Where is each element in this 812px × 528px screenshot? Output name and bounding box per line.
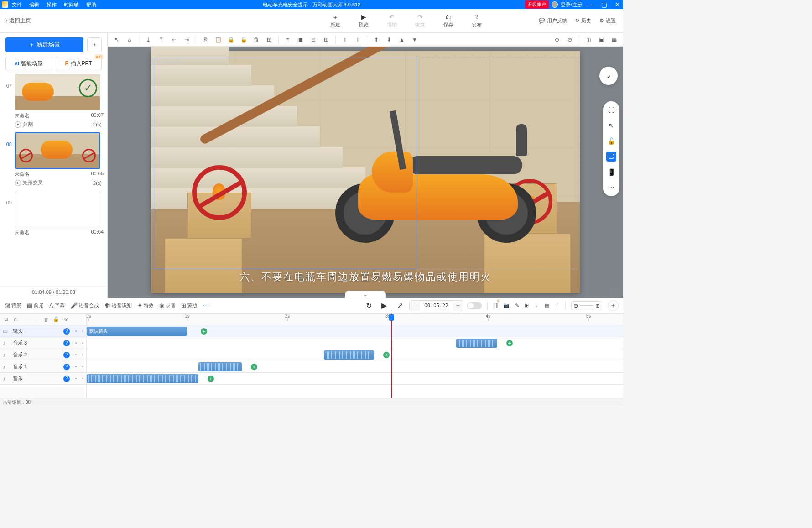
login-button[interactable]: 登录/注册 [561, 1, 582, 8]
time-input[interactable]: − 00:05.22 ＋ [409, 300, 463, 311]
zoom-out-button[interactable]: ⊖ [564, 34, 575, 45]
delete-button[interactable]: 🗑 [251, 34, 262, 45]
align-left-button[interactable]: ⇤ [168, 34, 179, 45]
keyframe-add[interactable]: + [506, 340, 513, 346]
mask-button[interactable]: ⊞蒙版 [181, 302, 198, 309]
paste-button[interactable]: 📋 [213, 34, 224, 45]
stage[interactable]: 默认镜头 六、不要在电瓶车周边放置易燃易爆物品或使用明火 [151, 51, 580, 293]
time-increment[interactable]: ＋ [453, 301, 463, 311]
actual-button[interactable]: ▦ [609, 34, 619, 45]
help-icon[interactable]: ? [63, 340, 70, 346]
scene-list[interactable]: 07 未命名00:07 ▶分割2(s) 08 未命名00:05 [0, 74, 107, 286]
lock2-button[interactable]: 🔒 [53, 316, 59, 323]
track-header[interactable]: ♪音乐? [0, 373, 86, 385]
desktop-view-button[interactable]: 🖵 [606, 152, 616, 162]
align-right-button[interactable]: ⇥ [181, 34, 192, 45]
align-bottom-button[interactable]: ⤓ [143, 34, 154, 45]
align-left2-button[interactable]: ≡ [282, 34, 293, 45]
fit-button[interactable]: ◫ [583, 34, 594, 45]
distribute2-button[interactable]: ⫴ [352, 34, 363, 45]
playhead[interactable] [391, 314, 392, 398]
track-row[interactable]: + [87, 373, 623, 385]
help-icon[interactable]: ? [63, 328, 70, 335]
undo-button[interactable]: ↶撤销 [384, 13, 400, 28]
image-icon[interactable] [611, 288, 619, 295]
menu-file[interactable]: 文件 [12, 1, 22, 8]
feedback-button[interactable]: 💬用户反馈 [539, 17, 567, 24]
camera-clip[interactable]: 默认镜头 [87, 327, 187, 336]
edit-tool-button[interactable]: ✎ [515, 303, 519, 308]
delete2-button[interactable]: 🗑 [43, 316, 49, 323]
preview-button[interactable]: ▶预览 [356, 13, 371, 28]
keyframe-add[interactable]: + [251, 364, 257, 370]
group-button[interactable]: ⊞ [264, 34, 275, 45]
fx-button[interactable]: ✦特效 [137, 302, 154, 309]
down-button[interactable]: ↓ [23, 316, 29, 323]
keyframe-add[interactable]: + [383, 352, 390, 358]
time-ruler[interactable]: 0s 1s 2s 3s 4s 5s [87, 314, 623, 325]
track-row[interactable]: 默认镜头 + [87, 325, 623, 337]
ai-scene-button[interactable]: AI智能场景 [5, 57, 52, 70]
send-back-button[interactable]: ⬇ [384, 34, 395, 45]
new-button[interactable]: ＋新建 [328, 13, 343, 28]
more-menu-button[interactable]: ⋯ [203, 302, 209, 309]
close-button[interactable]: ✕ [612, 1, 623, 8]
bring-front-button[interactable]: ⬆ [371, 34, 382, 45]
insert-ppt-button[interactable]: P插入PPTVIP [56, 57, 102, 70]
add-track-button[interactable]: ＋ [608, 300, 619, 311]
cursor-button[interactable]: ↖ [111, 34, 122, 45]
scene-thumbnail[interactable] [15, 132, 100, 169]
zoom-slider[interactable] [580, 305, 593, 306]
menu-action[interactable]: 操作 [47, 1, 57, 8]
record-button[interactable]: ◉录音 [159, 302, 176, 309]
scene-item[interactable]: 07 未命名00:07 ▶分割2(s) [4, 74, 104, 130]
minimize-button[interactable]: — [585, 1, 596, 8]
pointer-button[interactable]: ↖ [606, 120, 616, 131]
unlock-button[interactable]: 🔓 [238, 34, 249, 45]
folder-button[interactable]: 🗀 [13, 316, 19, 323]
more-button[interactable]: ⋯ [606, 183, 616, 193]
marker-button[interactable]: ⟦⟧V [493, 303, 498, 308]
camera-tool-button[interactable]: 📷 [503, 303, 510, 308]
track-row[interactable]: + [87, 337, 623, 349]
track-row[interactable]: + [87, 361, 623, 373]
scene-item[interactable]: 08 未命名00:05 ▶矩形交叉2(s) [4, 132, 104, 188]
loop-switch[interactable] [467, 302, 482, 309]
align-right2-button[interactable]: ⊞ [321, 34, 332, 45]
scene-thumbnail[interactable] [15, 74, 100, 110]
lock-button[interactable]: 🔓 [606, 136, 616, 146]
time-decrement[interactable]: − [410, 301, 420, 311]
zoom-in-button[interactable]: ⊕ [595, 303, 600, 309]
replay-button[interactable]: ↻ [363, 300, 375, 312]
layer-up-button[interactable]: ▲ [396, 34, 407, 45]
distribute1-button[interactable]: ⫴ [339, 34, 350, 45]
track-row[interactable]: + [87, 349, 623, 361]
lock-button[interactable]: 🔒 [225, 34, 236, 45]
align-center2-button[interactable]: ⊟ [308, 34, 319, 45]
help-icon[interactable]: ? [63, 364, 70, 370]
fullscreen-button[interactable]: ⛶ [606, 105, 616, 115]
fg-button[interactable]: ▤前景 [27, 302, 44, 309]
align-center-button[interactable]: ≣ [295, 34, 306, 45]
settings-button[interactable]: ⚙设置 [599, 17, 616, 24]
scene-thumbnail[interactable] [15, 191, 100, 227]
grid2-button[interactable]: ▦ [545, 303, 549, 308]
menu-edit[interactable]: 编辑 [29, 1, 39, 8]
sound-button[interactable]: ♪ [87, 37, 102, 52]
track-header[interactable]: ♪音乐 3? [0, 337, 86, 349]
bg-button[interactable]: ▨背景 [5, 302, 21, 309]
floating-music-button[interactable]: ♪ [599, 67, 618, 85]
layer-down-button[interactable]: ▼ [409, 34, 420, 45]
copy-button[interactable]: ⎘ [200, 34, 211, 45]
play-button[interactable]: ▶ [378, 300, 390, 312]
upgrade-button[interactable]: 升级账户 [525, 0, 549, 9]
history-button[interactable]: ↻历史 [575, 17, 591, 24]
mobile-view-button[interactable]: 📱 [606, 167, 616, 177]
canvas-viewport[interactable]: 默认镜头 六、不要在电瓶车周边放置易燃易爆物品或使用明火 ♪ ⛶ ↖ 🔓 🖵 📱… [108, 47, 623, 298]
tts-button[interactable]: 🎤语音合成 [70, 302, 99, 309]
fill-button[interactable]: ▣ [596, 34, 607, 45]
scene-item[interactable]: 09 未命名00:04 [4, 191, 104, 237]
subtitle-button[interactable]: A字幕 [49, 302, 65, 309]
asr-button[interactable]: 🗣语音识别 [104, 302, 132, 309]
audio-clip[interactable] [456, 339, 497, 348]
